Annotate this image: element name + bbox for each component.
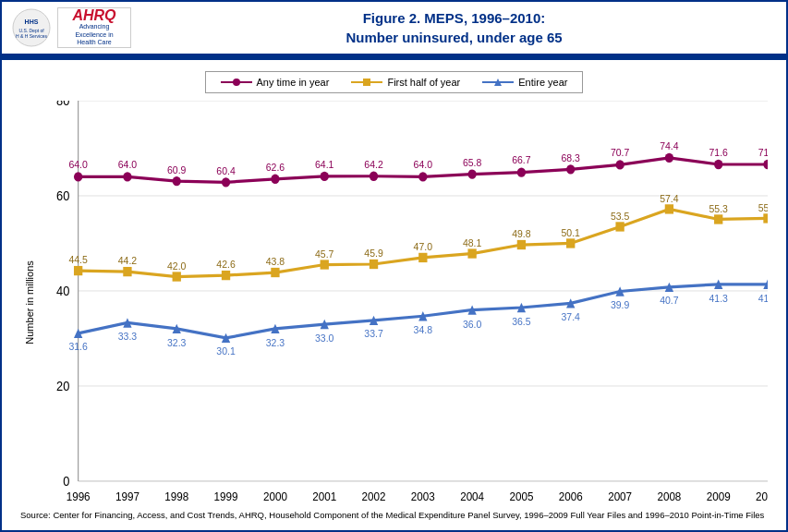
legend-item-any-time: Any time in year (221, 77, 330, 88)
svg-text:66.7: 66.7 (512, 154, 530, 166)
legend-line-any-time (221, 77, 252, 88)
svg-text:44.5: 44.5 (68, 254, 87, 266)
hhs-logo: HHS U.S. Dept of H & H Services (11, 7, 52, 48)
svg-rect-70 (271, 268, 279, 277)
svg-point-37 (123, 172, 131, 181)
title-line1: Figure 2. MEPS, 1996–2010: (131, 8, 777, 28)
svg-point-5 (233, 79, 240, 86)
svg-text:0: 0 (63, 475, 69, 490)
svg-text:64.1: 64.1 (315, 159, 333, 171)
svg-text:64.0: 64.0 (68, 159, 87, 171)
svg-text:60: 60 (56, 189, 69, 204)
svg-point-41 (321, 172, 329, 181)
svg-rect-80 (763, 213, 768, 223)
svg-text:39.9: 39.9 (611, 299, 629, 311)
svg-text:2000: 2000 (263, 490, 287, 503)
svg-text:40: 40 (56, 284, 69, 299)
svg-point-45 (517, 167, 526, 176)
svg-text:36.0: 36.0 (463, 318, 481, 330)
svg-point-50 (763, 160, 768, 169)
ahrq-logo: AHRQ AdvancingExcellence inHealth Care (57, 7, 131, 48)
svg-text:1999: 1999 (214, 490, 238, 503)
svg-text:60.4: 60.4 (216, 164, 235, 176)
legend: Any time in year First half of year Enti… (205, 71, 584, 93)
svg-text:34.8: 34.8 (414, 324, 432, 336)
svg-text:49.8: 49.8 (512, 228, 530, 240)
blue-bar (2, 56, 786, 60)
svg-rect-75 (517, 240, 526, 249)
legend-label-any-time: Any time in year (257, 77, 330, 88)
svg-text:60.9: 60.9 (167, 163, 186, 175)
svg-text:48.1: 48.1 (463, 236, 481, 248)
svg-rect-67 (123, 267, 131, 276)
svg-rect-78 (665, 204, 673, 213)
svg-text:1997: 1997 (115, 490, 139, 503)
svg-text:55.3: 55.3 (709, 202, 727, 214)
svg-text:71.6: 71.6 (758, 147, 768, 159)
svg-text:33.7: 33.7 (364, 328, 382, 340)
svg-text:64.2: 64.2 (364, 159, 382, 171)
svg-text:45.7: 45.7 (315, 248, 333, 260)
svg-text:74.4: 74.4 (660, 139, 678, 151)
svg-text:44.2: 44.2 (118, 255, 137, 267)
svg-rect-71 (321, 260, 329, 269)
svg-text:33.0: 33.0 (315, 332, 333, 345)
svg-point-49 (714, 160, 722, 169)
svg-text:32.3: 32.3 (266, 337, 285, 349)
source-text: Source: Center for Financing, Access, an… (20, 505, 768, 523)
svg-text:40.7: 40.7 (660, 295, 678, 307)
chart-inner: 0 20 40 60 80 1996 1997 1998 1999 2000 2… (35, 101, 768, 505)
chart-area: Number in millions 0 20 (20, 101, 768, 505)
svg-point-44 (467, 169, 476, 178)
svg-text:1998: 1998 (164, 490, 188, 503)
main-container: HHS U.S. Dept of H & H Services AHRQ Adv… (0, 0, 788, 532)
svg-text:1996: 1996 (67, 490, 91, 503)
legend-item-entire-year: Entire year (482, 77, 567, 88)
svg-rect-66 (74, 266, 82, 275)
svg-text:47.0: 47.0 (414, 241, 432, 253)
svg-point-48 (665, 153, 673, 163)
svg-rect-79 (714, 214, 722, 224)
svg-text:33.3: 33.3 (118, 330, 137, 342)
svg-text:37.4: 37.4 (561, 311, 579, 323)
svg-text:2008: 2008 (657, 490, 681, 503)
chart-svg: 0 20 40 60 80 1996 1997 1998 1999 2000 2… (35, 101, 768, 505)
svg-text:55.5: 55.5 (758, 201, 768, 213)
svg-rect-69 (222, 271, 230, 280)
svg-point-43 (418, 172, 427, 181)
svg-text:2005: 2005 (509, 490, 533, 503)
ahrq-text: AHRQ (72, 8, 115, 23)
svg-text:HHS: HHS (25, 18, 39, 25)
svg-text:53.5: 53.5 (611, 210, 629, 222)
svg-rect-72 (370, 260, 378, 269)
y-axis-label: Number in millions (20, 101, 35, 505)
svg-text:70.7: 70.7 (611, 147, 629, 159)
title-area: Figure 2. MEPS, 1996–2010: Number uninsu… (131, 8, 777, 47)
svg-text:43.8: 43.8 (266, 256, 285, 268)
svg-text:2007: 2007 (608, 490, 632, 503)
svg-text:2004: 2004 (460, 490, 484, 503)
svg-text:57.4: 57.4 (660, 192, 678, 204)
legend-label-first-half: First half of year (387, 77, 460, 88)
legend-label-entire-year: Entire year (518, 77, 567, 88)
svg-rect-77 (615, 222, 624, 231)
ahrq-sub: AdvancingExcellence inHealth Care (75, 23, 113, 46)
logo-area: HHS U.S. Dept of H & H Services AHRQ Adv… (11, 7, 131, 48)
svg-text:62.6: 62.6 (266, 161, 285, 173)
svg-text:20: 20 (56, 380, 69, 394)
svg-rect-68 (173, 272, 181, 281)
svg-point-38 (173, 176, 181, 186)
svg-text:42.6: 42.6 (216, 259, 235, 271)
svg-text:2002: 2002 (362, 490, 386, 503)
svg-text:2009: 2009 (707, 490, 731, 503)
svg-text:H & H Services: H & H Services (16, 33, 47, 39)
svg-rect-76 (566, 238, 575, 248)
svg-rect-7 (363, 79, 370, 86)
svg-point-36 (74, 172, 82, 181)
svg-text:80: 80 (56, 101, 69, 108)
svg-text:31.6: 31.6 (68, 341, 87, 353)
svg-text:64.0: 64.0 (414, 159, 432, 171)
svg-text:32.3: 32.3 (167, 337, 186, 349)
svg-point-42 (370, 172, 378, 181)
svg-point-47 (615, 160, 624, 169)
